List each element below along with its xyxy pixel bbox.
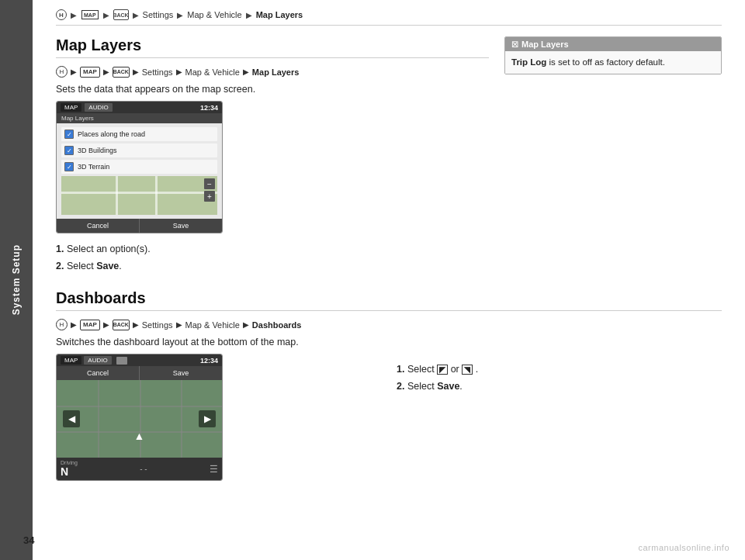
map-layers-screen: MAP AUDIO 12:34 Map Layers Places along … [56, 101, 223, 233]
step2-num: 2. [56, 261, 64, 271]
screen-header: MAP AUDIO 12:34 [57, 102, 222, 113]
sub-bc-settings2: Settings [142, 320, 173, 330]
ml-item-buildings: 3D Buildings [61, 143, 217, 157]
direction-n: N [61, 465, 78, 478]
dash-screen-header: MAP AUDIO 12:34 [57, 354, 222, 366]
sub-arrow9: ▶ [176, 320, 182, 329]
bc-arrow5: ▶ [246, 11, 252, 19]
dash-step1: 1. Select ◤ or ◥ . [397, 361, 722, 377]
dash-step2-num: 2. [397, 381, 404, 392]
left-col-dashboards: MAP AUDIO 12:34 Cancel Save [56, 354, 381, 489]
dash-next-arrow[interactable]: ▶ [199, 410, 216, 427]
sub-arrow6: ▶ [71, 320, 77, 329]
back-icon: BACK [113, 9, 129, 20]
ml-label3: 3D Terrain [78, 163, 109, 171]
map-icon: MAP [81, 10, 99, 19]
sub-home-icon2: H [56, 319, 68, 330]
step2-save: Save [96, 261, 119, 271]
info-box-text: is set to off as factory default. [549, 57, 665, 67]
screen-save-btn[interactable]: Save [140, 219, 222, 233]
screen-cancel-btn[interactable]: Cancel [57, 219, 140, 233]
dash-menu-icon: ☰ [210, 464, 218, 475]
dash-screen-time: 12:34 [200, 357, 218, 365]
sub-breadcrumb-dashboards: H ▶ MAP ▶ BACK ▶ Settings ▶ Map & Vehicl… [56, 319, 722, 330]
step1-num: 1. [56, 244, 64, 254]
driving-label: Driving [61, 460, 78, 465]
trip-log-label: Trip Log [511, 57, 546, 67]
ml-check2 [64, 146, 74, 155]
dash-prev-arrow[interactable]: ◀ [63, 410, 80, 427]
driving-info: Driving N [61, 460, 78, 478]
section2-steps: 1. Select ◤ or ◥ . 2. Select Save. [397, 361, 722, 394]
dash-step1-post: . [476, 364, 478, 375]
bc-arrow4: ▶ [177, 11, 183, 19]
ml-check1 [64, 130, 74, 139]
ml-check3 [64, 162, 74, 171]
section-title-map-layers: Map Layers [56, 36, 489, 58]
dash-step1-mid: or [451, 364, 463, 375]
main-content: H ▶ MAP ▶ BACK ▶ Settings ▶ Map & Vehicl… [33, 0, 745, 560]
dash-vehicle-icon: ▲ [134, 430, 145, 442]
section-dashboards: Dashboards H ▶ MAP ▶ BACK ▶ Settings ▶ M… [56, 289, 722, 489]
sub-arrow1: ▶ [71, 67, 77, 76]
screen-sub-header: Map Layers [57, 113, 222, 123]
zoom-plus[interactable]: + [204, 191, 215, 202]
info-box-title: Map Layers [522, 40, 569, 49]
section2-layout: MAP AUDIO 12:34 Cancel Save [56, 354, 722, 489]
watermark: carmanualsonline.info [638, 543, 729, 552]
sub-bc-map-vehicle2: Map & Vehicle [185, 320, 240, 330]
breadcrumb: H ▶ MAP ▶ BACK ▶ Settings ▶ Map & Vehicl… [56, 0, 722, 26]
section-map-layers-layout: Map Layers H ▶ MAP ▶ BACK ▶ Settings ▶ M… [56, 36, 722, 275]
bc-arrow2: ▶ [103, 11, 109, 19]
sub-back-icon: BACK [113, 67, 130, 78]
info-icon: ☒ [511, 40, 518, 49]
info-box-map-layers: ☒ Map Layers Trip Log is set to off as f… [504, 36, 722, 74]
right-col-map-layers: ☒ Map Layers Trip Log is set to off as f… [504, 36, 722, 275]
road3 [181, 380, 182, 458]
sidebar: System Setup [0, 0, 33, 560]
dash-save-btn[interactable]: Save [140, 366, 222, 380]
sub-arrow8: ▶ [133, 320, 139, 329]
dash-step2: 2. Select Save. [397, 379, 722, 394]
bc-arrow3: ▶ [133, 11, 139, 19]
ml-label1: Places along the road [78, 130, 145, 138]
dash-icon-spacer [116, 357, 127, 365]
screen-tab-map: MAP [61, 103, 81, 112]
road4 [57, 406, 222, 407]
sub-bc-map-vehicle: Map & Vehicle [185, 67, 240, 77]
bc-map-layers: Map Layers [256, 10, 303, 19]
sub-arrow2: ▶ [103, 67, 109, 76]
dash-step1-pre: Select [407, 364, 437, 375]
dash-icon1: ◤ [437, 365, 448, 375]
ml-body: Places along the road 3D Buildings 3D Te… [57, 123, 222, 219]
ml-label2: 3D Buildings [78, 147, 117, 154]
section-map-layers: Map Layers H ▶ MAP ▶ BACK ▶ Settings ▶ M… [56, 36, 722, 275]
screen-tab-audio: AUDIO [85, 103, 112, 112]
dash-step2-post: . [459, 381, 462, 392]
sub-arrow7: ▶ [103, 320, 109, 329]
dash-step2-save: Save [437, 381, 459, 392]
step2: 2. Select Save. [56, 258, 489, 274]
sub-home-icon: H [56, 66, 68, 78]
sub-bc-dashboards: Dashboards [252, 320, 302, 330]
sub-arrow10: ▶ [243, 320, 249, 329]
zoom-minus[interactable]: − [204, 178, 215, 189]
sub-bc-map-layers: Map Layers [252, 67, 300, 77]
section2-steps-col: 1. Select ◤ or ◥ . 2. Select Save. [397, 354, 722, 489]
zoom-controls: − + [204, 178, 215, 202]
section-title-dashboards: Dashboards [56, 289, 722, 311]
dash-icon2: ◥ [462, 365, 473, 375]
ml-map-area: − + [61, 176, 217, 215]
step1: 1. Select an option(s). [56, 241, 489, 257]
sub-arrow4: ▶ [176, 67, 182, 76]
dash-cancel-btn[interactable]: Cancel [57, 366, 140, 380]
bc-arrow1: ▶ [71, 11, 77, 19]
dash-tab-map: MAP [61, 356, 81, 365]
sub-map-icon2: MAP [80, 320, 100, 330]
sub-back-icon2: BACK [113, 320, 130, 330]
dash-footer-top: Cancel Save [57, 366, 222, 380]
left-col-map-layers: Map Layers H ▶ MAP ▶ BACK ▶ Settings ▶ M… [56, 36, 489, 275]
dash-tab-audio: AUDIO [84, 356, 111, 365]
road1 [98, 380, 99, 458]
info-box-header: ☒ Map Layers [505, 37, 721, 51]
